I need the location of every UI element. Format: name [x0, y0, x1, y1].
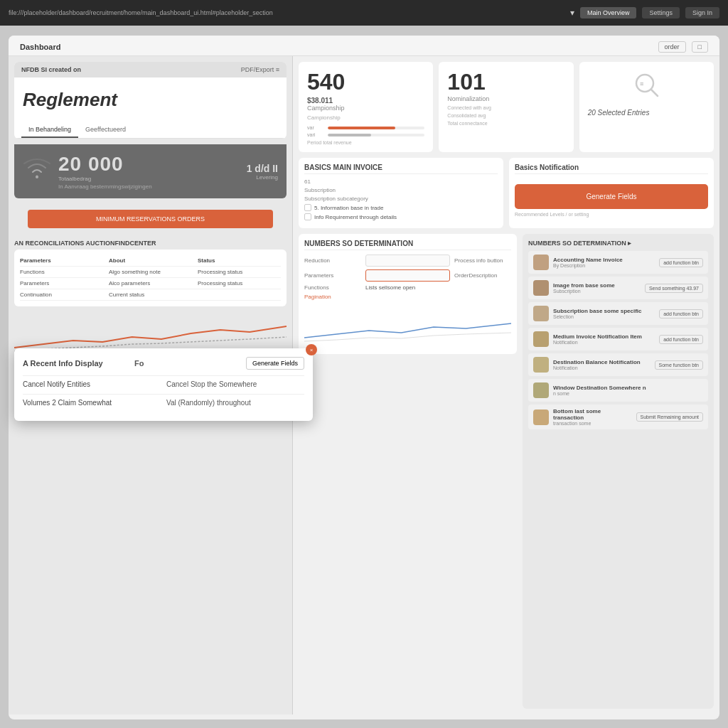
col-header-1: Parameters [20, 257, 103, 264]
modal-divider-1 [23, 375, 304, 376]
invoice-sub-sub2: Subscription subcategory [304, 196, 498, 202]
hero-title: Reglement [23, 89, 278, 111]
action-btn-area: MINIMUM RESERVATIONS ORDERS [9, 204, 292, 234]
stats-right-num: 1 d/d II [247, 163, 278, 174]
rlist-avatar-1 [533, 280, 549, 296]
cell-2-3: Processing status [198, 280, 281, 287]
form-label-sub1: Process info button [454, 257, 511, 264]
rlist-avatar-3 [533, 331, 549, 347]
revenue-sub: $38.011 [307, 97, 424, 105]
search-icon: ≡ [588, 69, 705, 106]
data-table: Parameters About Status Functions Algo s… [14, 250, 287, 306]
checkbox-2[interactable] [304, 213, 311, 220]
table-row: Functions Algo something note Processing… [20, 267, 281, 278]
rlist-item-1: Image from base some Subscription Send s… [528, 277, 708, 299]
bar-fill-1 [328, 127, 395, 129]
rlist-info-4: Destination Balance Notification Notific… [553, 359, 651, 370]
rlist-name-1: Image from base some [553, 282, 641, 289]
nominal-label: Nominalization [447, 95, 564, 102]
card-export-btn[interactable]: PDF/Export ≡ [241, 66, 279, 73]
stats-numbers: 20 000 Totaalbedrag In Aanvraag bestemmi… [58, 153, 240, 190]
modal-row-2: Volumes 2 Claim Somewhat Val (Randomly) … [23, 399, 304, 407]
nav-overview-btn[interactable]: Settings [642, 7, 680, 18]
stat-card-search: ≡ 20 Selected Entries [579, 62, 714, 152]
stats-label: Totaalbedrag [58, 176, 240, 182]
rlist-name-4: Destination Balance Notification [553, 359, 651, 365]
form-row-1: Reduction Process info button [304, 255, 511, 267]
form-input-1[interactable] [365, 255, 450, 267]
stats-sub: In Aanvraag bestemmingswijzigingen [58, 183, 240, 190]
checkbox-label-2: Info Requirement through details [314, 214, 397, 220]
cell-1-1: Functions [20, 269, 103, 275]
top-bar-actions: ▾ Main Overview Settings Sign In [570, 7, 719, 18]
revenue-label: Campionship [307, 105, 424, 112]
rlist-sub-5: n some [553, 391, 703, 396]
rlist-btn-1[interactable]: Send something 43.97 [645, 284, 703, 293]
rlist-btn-3[interactable]: add function btn [659, 335, 703, 344]
rlist-item-4: Destination Balance Notification Notific… [528, 353, 708, 376]
wifi-icon [23, 156, 51, 186]
stats-right: 1 d/d II Levering [247, 163, 278, 181]
modal-label-2: Volumes 2 Claim Somewhat [23, 399, 161, 407]
form-label-sub2: OrderDescription [454, 272, 511, 279]
rlist-btn-0[interactable]: add function btn [659, 258, 703, 267]
stats-block: 20 000 Totaalbedrag In Aanvraag bestemmi… [14, 144, 287, 198]
form-label-3: Functions [304, 284, 361, 291]
tab-geeffectueerd[interactable]: Geeffectueerd [78, 122, 133, 138]
modal-close-btn[interactable]: × [306, 344, 317, 355]
cell-3-1: Continuation [20, 291, 103, 298]
cell-1-2: Algo something note [109, 269, 192, 275]
rlist-info-6: Bottom last some transaction transaction… [553, 408, 632, 426]
generate-fields-btn[interactable]: Generate Fields [515, 184, 708, 209]
form-label-2: Parameters [304, 272, 361, 279]
table-header-row: Parameters About Status [20, 255, 281, 267]
nominal-number: 101 [447, 69, 564, 95]
nav-main-btn[interactable]: Main Overview [580, 7, 637, 18]
rlist-btn-4[interactable]: Some function btn [655, 360, 703, 370]
col-header-3: Status [198, 257, 281, 264]
modal-generate-btn[interactable]: Generate Fields [246, 357, 304, 370]
bar-track-1 [328, 127, 424, 129]
svg-point-0 [36, 176, 38, 178]
grid-btn[interactable]: □ [692, 41, 708, 53]
reconciliation-title: AN RECONCILIATIONS AUCTIONFINDCENTER [14, 240, 287, 247]
dashboard-header: Dashboard order □ [9, 36, 719, 56]
bar-row-1: var [307, 125, 424, 130]
modal-label-1: Cancel Notify Entities [23, 380, 161, 388]
col-header-2: About [109, 257, 192, 264]
form-label-1: Reduction [304, 257, 361, 264]
nominal-meta3: Total connectance [447, 121, 564, 126]
top-bar-url: file:///placeholder/dashboard/recruitmen… [9, 9, 570, 16]
bar-row-2: vari [307, 132, 424, 137]
notification-section: Basics Notification Generate Fields Reco… [509, 158, 714, 228]
rlist-item-0: Accounting Name Invoice By Description a… [528, 251, 708, 274]
stat-card-revenue: 540 $38.011 Campionship Campionship var … [299, 62, 433, 152]
stat-card-nominal: 101 Nominalization Connected with avg Co… [439, 62, 573, 152]
checkbox-row-2: Info Requirement through details [304, 213, 498, 220]
form-row-2: Parameters OrderDescription [304, 269, 511, 282]
rlist-avatar-4 [533, 357, 549, 373]
tab-in-behandeling[interactable]: In Behandeling [21, 122, 78, 138]
revenue-number: 540 [307, 69, 424, 95]
minimum-reservations-btn[interactable]: MINIMUM RESERVATIONS ORDERS [28, 210, 273, 228]
form-input-2[interactable] [365, 269, 450, 282]
rlist-btn-6[interactable]: Submit Remaining amount [636, 412, 704, 422]
rlist-info-3: Medium Invoice Notification Item Notific… [553, 333, 655, 345]
rlist-avatar-6 [533, 410, 549, 425]
modal-value-1: Cancel Stop the Somewhere [166, 380, 304, 388]
rlist-sub-4: Notification [553, 365, 651, 370]
card-hero: Reglement [14, 77, 287, 122]
big-stat-number: 20 000 [58, 153, 240, 176]
rlist-name-5: Window Destination Somewhere n [553, 385, 703, 391]
rlist-item-6: Bottom last some transaction transaction… [528, 405, 708, 429]
order-btn[interactable]: order [658, 41, 686, 53]
left-bottom-section: AN RECONCILIATIONS AUCTIONFINDCENTER Par… [9, 234, 292, 360]
checkbox-1[interactable] [304, 204, 311, 211]
bottom-chart [304, 306, 511, 348]
invoice-title: BASICS MAIN INVOICE [304, 164, 498, 174]
bar-track-2 [328, 134, 424, 136]
rlist-avatar-2 [533, 306, 549, 321]
rlist-btn-2[interactable]: add function btn [659, 309, 703, 318]
nav-signin-btn[interactable]: Sign In [685, 7, 719, 18]
rlist-item-3: Medium Invoice Notification Item Notific… [528, 328, 708, 350]
